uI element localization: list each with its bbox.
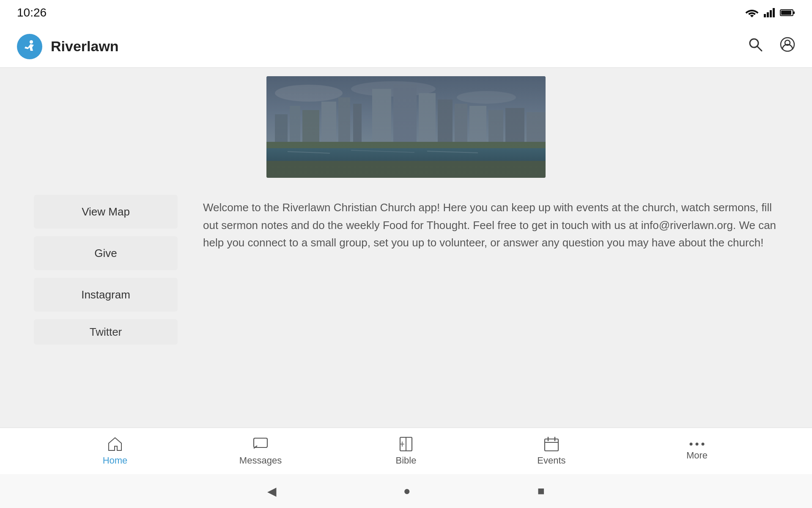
svg-rect-3 — [773, 8, 775, 17]
instagram-button[interactable]: Instagram — [34, 278, 178, 312]
welcome-text: Welcome to the Riverlawn Christian Churc… — [203, 195, 778, 345]
nav-label-bible: Bible — [396, 455, 417, 466]
status-icons — [745, 8, 795, 17]
svg-rect-2 — [770, 10, 772, 17]
main-content: View Map Give Instagram Twitter Welcome … — [0, 68, 812, 440]
nav-label-more: More — [686, 450, 708, 461]
app-title: Riverlawn — [51, 38, 119, 55]
status-bar: 10:26 — [0, 0, 812, 25]
hero-image — [266, 76, 546, 178]
svg-rect-5 — [781, 11, 791, 15]
app-logo — [17, 34, 42, 59]
nav-item-home[interactable]: Home — [90, 436, 140, 466]
svg-point-49 — [702, 442, 705, 445]
more-icon — [689, 442, 705, 447]
home-icon — [107, 436, 123, 452]
view-map-button[interactable]: View Map — [34, 195, 178, 229]
svg-rect-43 — [545, 439, 558, 451]
signal-icon — [764, 8, 775, 17]
nav-label-messages: Messages — [239, 455, 282, 466]
nav-label-events: Events — [537, 455, 565, 466]
nav-item-events[interactable]: Events — [526, 436, 577, 466]
app-bar-right — [748, 37, 795, 56]
svg-line-9 — [757, 46, 762, 51]
battery-icon — [780, 9, 795, 17]
svg-point-7 — [30, 40, 33, 44]
twitter-button[interactable]: Twitter — [34, 319, 178, 345]
svg-point-48 — [696, 442, 699, 445]
app-bar-left: Riverlawn — [17, 34, 119, 59]
content-grid: View Map Give Instagram Twitter Welcome … — [0, 182, 812, 357]
svg-point-47 — [690, 442, 693, 445]
svg-rect-0 — [764, 14, 766, 17]
nav-label-home: Home — [103, 455, 128, 466]
svg-rect-1 — [767, 12, 769, 17]
back-button[interactable]: ◀ — [267, 484, 277, 498]
nav-item-bible[interactable]: Bible — [381, 436, 431, 466]
nav-item-messages[interactable]: Messages — [235, 436, 286, 466]
app-bar: Riverlawn — [0, 25, 812, 68]
messages-icon — [253, 436, 268, 452]
system-nav: ◀ ● ■ — [0, 474, 812, 508]
bottom-nav: Home Messages Bible Events — [0, 428, 812, 474]
status-time: 10:26 — [17, 6, 47, 19]
svg-rect-6 — [793, 11, 795, 14]
account-icon[interactable] — [780, 37, 795, 56]
nav-item-more[interactable]: More — [672, 442, 722, 461]
svg-rect-38 — [254, 438, 267, 447]
home-button[interactable]: ● — [403, 484, 411, 498]
events-icon — [544, 436, 559, 452]
wifi-icon — [745, 8, 759, 17]
hero-cityscape — [266, 76, 546, 178]
bible-icon — [398, 436, 414, 452]
recents-button[interactable]: ■ — [538, 484, 545, 498]
action-buttons: View Map Give Instagram Twitter — [34, 195, 186, 345]
svg-rect-37 — [266, 76, 546, 178]
search-icon[interactable] — [748, 37, 763, 56]
give-button[interactable]: Give — [34, 236, 178, 270]
